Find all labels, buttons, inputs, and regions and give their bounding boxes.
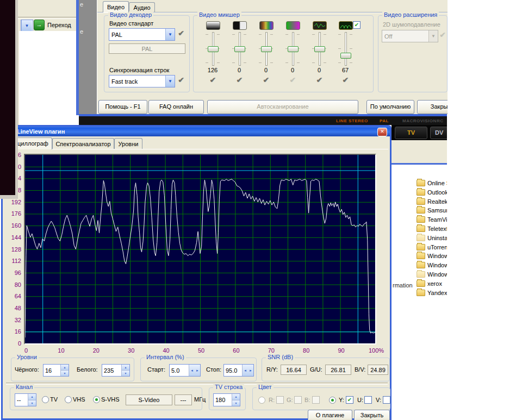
tab-panel-edge [4, 149, 388, 149]
tab-levels-label: Уровни [119, 141, 139, 147]
mixer-value: 0 [226, 67, 252, 73]
snr-ry-number: 16.64 [286, 367, 301, 373]
tab-spectrum[interactable]: Спектроанализатор [52, 138, 114, 149]
v-checkbox[interactable] [383, 396, 390, 404]
slider-thumb[interactable] [314, 46, 325, 52]
white-level-label: Белого: [77, 366, 98, 373]
slider-track[interactable] [345, 32, 347, 66]
saturation-icon [259, 21, 274, 30]
folder-item[interactable]: TeamVie [417, 215, 447, 224]
slider-tick [338, 62, 341, 63]
go-button[interactable]: → Переход [34, 20, 71, 30]
interval-group-label: Интервал (%) [145, 354, 186, 360]
close-panel-button[interactable]: Закрыть [417, 100, 448, 114]
x-axis-tick: 30 [128, 347, 134, 354]
slider-thumb[interactable] [234, 46, 245, 52]
chevron-down-icon[interactable]: ▼ [165, 76, 175, 87]
spin-up-icon[interactable]: ▲ [232, 394, 240, 400]
defaults-button[interactable]: По умолчанию [366, 100, 414, 114]
folder-icon [417, 262, 425, 268]
tv-status-pal: PAL [380, 118, 389, 123]
video-mixer-group: Видео микшер 126✔0✔0✔0✔0✔✔67✔ [193, 15, 374, 92]
folder-item[interactable]: uTorren [417, 243, 447, 252]
lineview-title-text: LineView плагин [17, 128, 65, 135]
mixer-enable-checkbox[interactable]: ✔ [353, 21, 361, 29]
channel-spinner[interactable]: -- ▲▼ [15, 393, 36, 406]
mixer-value: 0 [306, 67, 332, 73]
faq-button[interactable]: FAQ онлайн [148, 100, 204, 114]
folder-item[interactable]: Yandex [417, 289, 447, 297]
spin-left-icon[interactable]: ◄ [243, 365, 248, 376]
slider-thumb[interactable] [208, 46, 219, 52]
radio-svhs[interactable] [93, 396, 100, 403]
video-standard-select[interactable]: PAL ▼ [109, 28, 175, 41]
about-plugin-button[interactable]: О плагине [308, 410, 352, 420]
folder-item[interactable]: Window [417, 252, 447, 260]
close-plugin-button[interactable]: Закрыть [354, 410, 390, 420]
apply-check-icon: ✔ [306, 76, 332, 84]
tvline-spinner[interactable]: 180 ▲▼ [213, 393, 240, 406]
u-checkbox[interactable] [364, 396, 372, 404]
interval-stop-spinner[interactable]: 95.0 ◄► [223, 364, 254, 377]
x-axis-tick: 60 [233, 347, 239, 354]
folder-item[interactable]: Uninstal [417, 234, 447, 242]
explorer-window-fragment: ▼ → Переход [18, 0, 76, 125]
folder-item[interactable]: Online S [417, 179, 447, 187]
spin-right-icon[interactable]: ► [195, 365, 200, 376]
spin-right-icon[interactable]: ► [248, 365, 253, 376]
interval-start-spinner[interactable]: 5.0 ◄► [169, 364, 201, 377]
folder-item[interactable]: xerox [417, 279, 442, 288]
detected-standard-value: PAL [142, 46, 153, 52]
white-level-spinner[interactable]: 235 ▲▼ [102, 364, 130, 377]
folder-item[interactable]: Window [417, 261, 447, 269]
radio-tv[interactable] [42, 396, 49, 403]
spin-down-icon[interactable]: ▼ [232, 400, 240, 406]
noise-reduction-select[interactable]: Off ▼ [382, 30, 438, 42]
y-axis-tick: 64 [3, 293, 21, 299]
spin-left-icon[interactable]: ◄ [189, 365, 195, 376]
slider-tick [259, 62, 262, 63]
oscilloscope-plot [24, 154, 376, 344]
black-level-spinner[interactable]: 16 ▲▼ [43, 364, 69, 377]
dv-button[interactable]: DV [430, 127, 447, 139]
help-button[interactable]: Помощь - F1 [98, 100, 147, 114]
spin-up-icon[interactable]: ▲ [61, 365, 69, 371]
spin-down-icon[interactable]: ▼ [28, 400, 36, 406]
snr-group-label: SNR (dB) [266, 354, 295, 360]
radio-vhs[interactable] [65, 396, 72, 403]
folder-item[interactable]: Samsun [417, 206, 447, 215]
tab-video[interactable]: Видео [103, 1, 129, 12]
mixer-channel: 0✔ [253, 16, 279, 93]
close-icon[interactable]: ✕ [377, 128, 387, 136]
address-dropdown[interactable]: ▼ [21, 20, 33, 32]
tab-levels[interactable]: Уровни [114, 138, 142, 149]
spin-down-icon[interactable]: ▼ [61, 371, 69, 376]
spin-up-icon[interactable]: ▲ [28, 394, 36, 400]
spin-up-icon[interactable]: ▲ [122, 365, 129, 371]
hue-icon [286, 21, 300, 30]
slider-thumb[interactable] [340, 53, 351, 59]
black-level-label: Чёрного: [15, 366, 39, 373]
folder-name: Uninstal [427, 235, 447, 241]
tv-button[interactable]: TV [395, 127, 427, 139]
lineview-titlebar[interactable]: LineView плагин ✕ [3, 127, 390, 136]
radio-yuv[interactable] [329, 397, 336, 404]
folder-name: Window [427, 262, 447, 268]
folder-item[interactable]: Window [417, 270, 447, 279]
folder-name: Online S [427, 180, 447, 186]
slider-tick [244, 62, 246, 63]
y-checkbox[interactable]: ✔ [346, 396, 353, 404]
sync-select[interactable]: Fast track ▼ [109, 75, 175, 87]
folder-item[interactable]: Teletext [417, 224, 447, 233]
folder-item[interactable]: Realtek [417, 197, 447, 206]
x-axis-tick: 40 [163, 347, 169, 354]
slider-tick [350, 62, 352, 63]
spin-down-icon[interactable]: ▼ [122, 371, 129, 376]
radio-rgb[interactable] [258, 397, 265, 404]
y-axis-tick: 96 [3, 269, 21, 276]
input-name-value: S-Video [139, 397, 160, 403]
slider-thumb[interactable] [288, 46, 299, 52]
chevron-down-icon[interactable]: ▼ [165, 29, 175, 40]
slider-thumb[interactable] [261, 46, 272, 52]
folder-item[interactable]: Outlook [417, 188, 447, 197]
